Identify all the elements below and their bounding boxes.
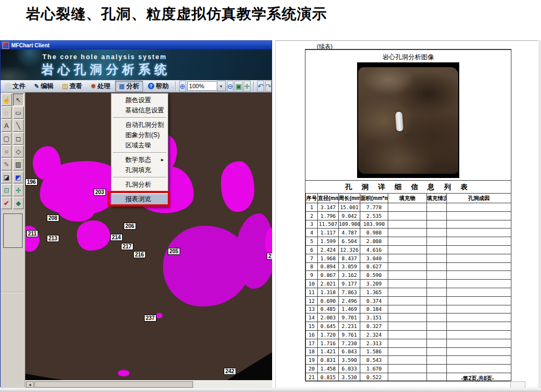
- menu-item-image-segmentation[interactable]: 图象分割(S): [111, 130, 168, 140]
- eraser-plus-tool-button[interactable]: ◩: [13, 171, 24, 183]
- pore-region: [58, 196, 95, 222]
- chart-icon: ▥: [119, 83, 124, 89]
- cell-index: 11: [306, 288, 318, 296]
- horizontal-scrollbar[interactable]: ◄: [25, 380, 272, 388]
- undo-button[interactable]: ↶: [257, 81, 264, 92]
- cell-index: 20: [306, 365, 318, 373]
- menu-separator: [113, 117, 166, 118]
- menu-help[interactable]: ? 帮助: [144, 81, 173, 92]
- cell-area: 0.374: [360, 296, 388, 305]
- cell-index: 1: [306, 203, 318, 212]
- menu-item-region-denoise[interactable]: 区域去噪: [111, 140, 168, 151]
- cell-area: 1.365: [360, 288, 388, 296]
- lasso-tool-button[interactable]: ◌: [1, 106, 12, 119]
- redo-button[interactable]: ↷: [265, 81, 272, 92]
- zoom-level-value[interactable]: 100%: [187, 81, 217, 91]
- cell-index: 10: [306, 280, 318, 288]
- menu-file[interactable]: ▤ 文件: [2, 81, 29, 92]
- ellipse-tool-button[interactable]: ○: [1, 145, 12, 158]
- zoom-out-button[interactable]: ⊖: [227, 81, 234, 92]
- pore-region: [156, 313, 162, 318]
- hatch-tool-button[interactable]: ▨: [13, 158, 24, 170]
- table-row: 8 0.894 3.059 0.627: [306, 262, 511, 271]
- cell-index: 3: [306, 220, 318, 229]
- toolbar-separator: [253, 81, 254, 91]
- hand-tool-icon: ☝: [3, 96, 11, 104]
- fit-view-button[interactable]: ▣: [234, 81, 242, 92]
- zoom-level-combo[interactable]: 100% ▼: [187, 81, 226, 91]
- tool-palette: ☝ ↖ ◌ ▭ A ╲ ▢ ◻ ○ ◇ ✎ ▨ ◪ ◩ ⊡ ✢ ✔ ◆: [1, 92, 25, 388]
- menu-item-report-browse[interactable]: 报表浏览: [111, 194, 168, 204]
- chevron-down-icon[interactable]: ▼: [217, 81, 226, 91]
- cell-index: 7: [306, 254, 318, 262]
- banner-subtitle-en: The core hole analysis system: [42, 53, 167, 61]
- text-tool-button[interactable]: A: [1, 119, 12, 132]
- cell-perimeter: 3.590: [339, 356, 360, 365]
- transform-tool-button[interactable]: ⊡: [1, 184, 12, 196]
- rounded-rect-tool-button[interactable]: ◻: [13, 132, 24, 145]
- cell-perimeter: 9.701: [339, 313, 360, 322]
- table-row: 9 0.867 3.162 0.590: [306, 271, 511, 280]
- cell-area: 2.008: [360, 237, 388, 246]
- cell-filling: [388, 296, 427, 305]
- move-tool-button[interactable]: ✢: [13, 184, 24, 196]
- menu-item-basic-info-settings[interactable]: 基础信息设置: [111, 105, 168, 116]
- menu-analysis-label: 分析: [126, 82, 139, 91]
- polygon-tool-icon: ◇: [16, 148, 20, 155]
- menu-item-pore-analysis[interactable]: 孔洞分析: [111, 180, 168, 190]
- zoom-in-button[interactable]: ⊕: [179, 81, 186, 92]
- menu-view[interactable]: ◫ 查看: [59, 81, 86, 92]
- cell-fill-status: [427, 356, 447, 365]
- table-row: 20 1.458 6.033 1.670: [306, 365, 511, 373]
- col-fill-status: 填充情况: [427, 194, 447, 203]
- select-tool-button[interactable]: ↖: [13, 94, 24, 106]
- hand-tool-button[interactable]: ☝: [1, 94, 12, 106]
- menu-item-math-morphology[interactable]: 数学形态 ►: [111, 155, 168, 165]
- polygon-tool-button[interactable]: ◇: [13, 145, 24, 158]
- col-pore-origin: 孔洞成因: [447, 194, 511, 203]
- rect-tool-icon: ▢: [3, 135, 9, 142]
- cell-fill-status: [427, 220, 447, 229]
- fill-tool-button[interactable]: ◆: [13, 197, 24, 209]
- rect-tool-button[interactable]: ▢: [1, 132, 12, 145]
- cell-diameter: 0.645: [318, 322, 339, 331]
- pore-label: 206: [124, 223, 136, 230]
- cell-pore-origin: [447, 211, 511, 220]
- scrollbar-thumb[interactable]: [34, 381, 193, 388]
- pore-label: 21: [267, 253, 272, 260]
- cell-diameter: 1.318: [318, 288, 339, 296]
- confirm-tool-button[interactable]: ✔: [1, 197, 12, 209]
- cell-index: 13: [306, 305, 318, 313]
- folder-icon: ◫: [62, 83, 68, 89]
- menu-separator: [113, 177, 166, 178]
- cell-fill-status: [427, 262, 447, 271]
- menu-process[interactable]: ✾ 处理: [87, 81, 114, 92]
- pencil-tool-button[interactable]: ✎: [1, 158, 12, 170]
- window-titlebar[interactable]: MFChart Client: [1, 41, 272, 49]
- file-icon: ▤: [5, 83, 11, 89]
- marquee-tool-button[interactable]: ▭: [13, 106, 24, 119]
- cell-diameter: 2.424: [318, 245, 339, 254]
- eraser-tool-button[interactable]: ◪: [1, 171, 12, 183]
- pan-button[interactable]: ✛: [244, 81, 251, 92]
- menu-item-pore-filling[interactable]: 孔洞填充: [111, 165, 168, 175]
- cell-area: 3.040: [360, 254, 388, 262]
- cell-perimeter: 8.437: [339, 254, 360, 262]
- menu-item-label: 数学形态: [125, 156, 151, 163]
- menu-analysis[interactable]: ▥ 分析: [115, 81, 143, 92]
- analysis-dropdown-menu: 颜色设置 基础信息设置 自动孔洞分割 图象分割(S) 区域去噪 数学形态 ► 孔…: [111, 93, 168, 206]
- cell-diameter: 1.716: [318, 339, 339, 347]
- app-icon: [2, 42, 9, 49]
- eraser-tool-icon: ◪: [3, 174, 9, 181]
- page-title: 岩心裂缝、孔洞、粒度虚拟仿真教学系统演示: [26, 4, 327, 24]
- menu-edit[interactable]: ✎ 编辑: [30, 81, 57, 92]
- cell-pore-origin: [447, 330, 511, 339]
- menu-item-auto-pore-segmentation[interactable]: 自动孔洞分割: [111, 120, 168, 130]
- line-tool-button[interactable]: ╲: [13, 119, 24, 132]
- pore-label: 213: [47, 235, 59, 242]
- menu-item-color-settings[interactable]: 颜色设置: [111, 95, 168, 105]
- scroll-left-icon[interactable]: ◄: [26, 381, 34, 388]
- cell-area: 103.990: [360, 220, 388, 229]
- page-number: -第2页,共8页-: [437, 375, 518, 382]
- cell-area: 3.209: [360, 280, 388, 288]
